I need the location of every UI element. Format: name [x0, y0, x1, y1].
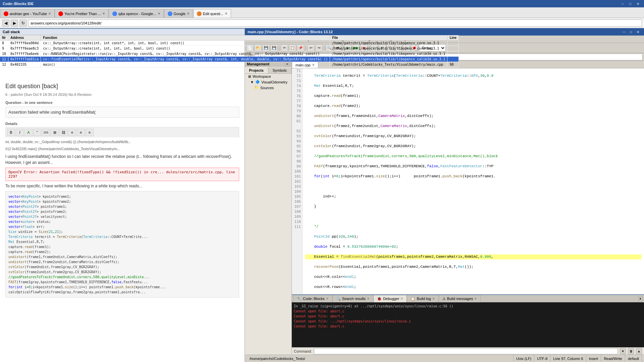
codeblocks-icon: 🔧 — [297, 297, 302, 301]
url-input[interactable] — [28, 19, 642, 27]
log-tab-debugger-label: Debugger — [383, 297, 399, 301]
code-line-blank — [305, 184, 641, 189]
error-box: OpenCV Error: Assertion failed(!fixedTyp… — [5, 168, 239, 181]
status-rw: Read/Write — [601, 355, 625, 362]
callstack-title: Call stack — [0, 29, 245, 35]
cmd-up-btn[interactable]: ▲ — [636, 348, 642, 354]
tab-edit-label: Edit questi... — [203, 12, 223, 16]
close-btn[interactable]: ✕ — [635, 1, 641, 6]
log-line-3: Cannot open file: .../nptl/sysdeps/unix/… — [294, 319, 642, 324]
code-line-75: undistort(frame1,frameUndist,CameraMatri… — [305, 114, 641, 119]
logs-panel-controls: ▲ — [638, 296, 643, 301]
status-position: Line 97, Column 6 — [550, 355, 586, 362]
callstack-panel: Call stack Nr Address Function File Line… — [0, 28, 245, 67]
row-address: 0x402335 — [8, 62, 41, 67]
tab-edit-close[interactable]: ✕ — [225, 12, 227, 15]
tree-sources[interactable]: 📁 Sources — [245, 85, 291, 90]
tab-google[interactable]: Google ✕ — [164, 9, 193, 18]
tab-edit[interactable]: Edit questi... ✕ — [193, 9, 231, 18]
log-tab-buildlog[interactable]: 📋 Build log ✕ — [407, 295, 438, 302]
app-title: Code::Blocks IDE — [3, 2, 620, 6]
ide-maximize[interactable]: □ — [628, 29, 634, 35]
callstack-row-selected[interactable]: 11 0x7ffff7ab81ca cv::findEssentialMat(c… — [0, 57, 245, 62]
tab-youtube2[interactable]: You're Prettier Than ... ✕ — [55, 9, 109, 18]
expand-icon: ▼ — [250, 80, 254, 84]
cmd-clear-btn[interactable]: 🗑 — [628, 348, 634, 354]
tab-youtube1[interactable]: andrian gee - YouTube ✕ — [0, 9, 55, 18]
log-tab-buildmsg[interactable]: ⚠ Build messages ✕ — [439, 295, 481, 302]
image-btn[interactable]: ⊞ — [51, 129, 59, 136]
code-block: vector<KeyPoint> kpointsframe1; vector<K… — [5, 191, 239, 298]
log-tab-search[interactable]: 🔍 Search results ✕ — [332, 295, 373, 302]
quote-btn[interactable]: " — [33, 129, 41, 136]
forward-btn[interactable]: ▶ — [11, 19, 18, 27]
code-btn[interactable]: 101 — [42, 129, 50, 136]
workspace-icon: 🖥 — [248, 74, 251, 78]
color-btn[interactable]: A — [24, 129, 33, 136]
logs-content: In _GI_raise (sig=sigentry=6) at .../npt… — [292, 302, 644, 347]
code-line-80: FAST(frame1gray,kpointsframe1,THRESHOLD_… — [305, 164, 641, 169]
log-tab-buildlog-label: Build log — [417, 297, 431, 301]
maximize-btn[interactable]: □ — [627, 1, 633, 6]
refresh-btn[interactable]: ↻ — [19, 19, 27, 27]
row-address: 0x7ffff7ab81ca — [8, 57, 41, 62]
command-input[interactable] — [314, 348, 618, 354]
row-function: main() — [41, 62, 245, 67]
tab-opencv[interactable]: q&a opencv - Google... ✕ — [109, 9, 164, 18]
bold-btn[interactable]: B — [7, 129, 15, 136]
ide-content-area: Management ✕ Projects Symbols 🖥 Workspac… — [245, 61, 644, 355]
log-tab-codeblocks-close[interactable]: ✕ — [326, 297, 329, 300]
question-input[interactable] — [5, 107, 239, 118]
code-editor: main.cpp ✕ 7172737475767778798081 929394… — [292, 61, 644, 355]
tab-youtube1-close[interactable]: ✕ — [48, 12, 51, 15]
code-content-area[interactable]: 7172737475767778798081 92939495969798991… — [292, 68, 644, 294]
code-line-93: } — [305, 204, 641, 209]
cmd-submit-btn[interactable]: ▼ — [620, 348, 626, 354]
code-line-73: capture.read(frame1); — [305, 94, 641, 99]
row-nr: 10 — [0, 51, 8, 57]
body-text4: To be more specific, I have written the … — [5, 183, 239, 189]
tab-google-close[interactable]: ✕ — [187, 12, 190, 15]
row-address: 0x7ffff7ba6eeb — [8, 51, 41, 57]
log-tab-buildlog-close[interactable]: ✕ — [432, 297, 435, 300]
ide-close[interactable]: ✕ — [635, 29, 641, 35]
back-btn[interactable]: ◀ — [2, 19, 9, 27]
main-container: ⌂ ALL UNANSWERED FOLLOWED Edit question … — [0, 28, 644, 362]
logs-maximize-btn[interactable]: ▲ — [638, 296, 643, 301]
log-tab-search-close[interactable]: ✕ — [367, 297, 370, 300]
callstack-row[interactable]: 12 0x402335 main() /home/patrchri/Codebl… — [0, 62, 245, 67]
ol-btn[interactable]: ≡ — [68, 129, 76, 136]
col-function: Function — [41, 35, 245, 41]
tree-project[interactable]: ▼ 🔷 VisualOdometry — [245, 79, 291, 85]
management-panel: Management ✕ Projects Symbols 🖥 Workspac… — [245, 61, 292, 355]
log-tab-debugger[interactable]: 🐞 Debugger ✕ — [373, 295, 407, 302]
code-lines: TermCriteria termcrit = TermCriteria(Ter… — [303, 68, 644, 294]
minimize-btn[interactable]: ─ — [620, 1, 626, 6]
debugger-icon: 🐞 — [377, 297, 382, 301]
tab-youtube1-label: andrian gee - YouTube — [10, 12, 47, 16]
link-btn[interactable]: ⛓ — [59, 129, 67, 136]
body-text1: int, double, double, cv::_OutputArray co… — [5, 139, 239, 144]
code-line-99: recoverPose(Essential,pointsframe1,point… — [305, 264, 641, 269]
ide-minimize[interactable]: ─ — [621, 29, 627, 35]
tab-opencv-close[interactable]: ✕ — [158, 12, 160, 15]
col-nr: Nr — [0, 35, 8, 41]
buildmsg-icon: ⚠ — [442, 297, 446, 301]
log-tab-buildmsg-label: Build messages — [447, 297, 473, 301]
log-tab-codeblocks[interactable]: 🔧 Code::Blocks ✕ — [293, 295, 332, 302]
ul-btn[interactable]: ≡ — [77, 129, 85, 136]
browser-content: Edit question [back] 6 - patrchri (Sun O… — [0, 39, 245, 362]
callstack-row[interactable]: 10 0x7ffff7ba6eeb cv::RANSACPointRegistr… — [0, 51, 245, 57]
title-controls: ─ □ ✕ — [620, 1, 641, 6]
tab-youtube2-close[interactable]: ✕ — [102, 12, 105, 15]
indent-btn[interactable]: ≡ — [86, 129, 94, 136]
logs-panel: 🔧 Code::Blocks ✕ 🔍 Search results ✕ 🐞 — [292, 294, 644, 355]
mgmt-tab-symbols[interactable]: Symbols — [268, 67, 292, 73]
log-tab-buildmsg-close[interactable]: ✕ — [474, 297, 477, 300]
italic-btn[interactable]: I — [16, 129, 24, 136]
tree-workspace[interactable]: 🖥 Workspace — [245, 74, 291, 79]
callstack-row[interactable]: 8 0x7ffff6ea904d cv::_OutputArray::creat… — [0, 41, 245, 46]
callstack-row[interactable]: 9 0x7ffff6eae8c3 cv::_OutputArray::creat… — [0, 46, 245, 51]
log-tab-debugger-close[interactable]: ✕ — [400, 297, 403, 300]
mgmt-tab-projects[interactable]: Projects — [245, 67, 268, 73]
